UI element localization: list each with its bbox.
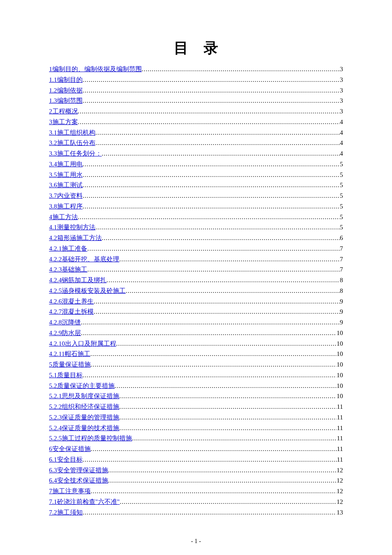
toc-leader xyxy=(142,64,340,75)
toc-row: 4.2.9防水层10 xyxy=(49,328,343,338)
toc-link[interactable]: 4.2.6混凝土养生 xyxy=(49,296,94,307)
toc-row: 4.2.4钢筋加工及绑扎8 xyxy=(49,275,343,286)
toc-row: 5.2.4保证质量的技术措施11 xyxy=(49,423,343,434)
toc-link[interactable]: 3施工方案 xyxy=(49,117,78,127)
toc-link[interactable]: 7.2施工须知 xyxy=(49,507,83,518)
toc-link[interactable]: 4.2.5涵身模板安装及砼施工 xyxy=(49,286,126,296)
toc-row: 3.1施工组织机构4 xyxy=(49,127,343,138)
toc-leader xyxy=(83,75,340,85)
toc-link[interactable]: 4施工方法 xyxy=(49,212,78,223)
toc-page-number: 3 xyxy=(340,75,343,85)
toc-leader xyxy=(108,475,336,486)
toc-row: 5.1质量目标10 xyxy=(49,370,343,381)
toc-leader xyxy=(91,444,337,454)
toc-link[interactable]: 5.2.5施工过程的质量控制措施 xyxy=(49,433,132,444)
toc-leader xyxy=(87,243,340,254)
toc-row: 3.5施工用水5 xyxy=(49,170,343,180)
toc-row: 5.2质量保证的主要措施10 xyxy=(49,381,343,391)
toc-link[interactable]: 4.2.10出入口及附属工程 xyxy=(49,338,116,349)
toc-page-number: 12 xyxy=(336,465,343,476)
toc-row: 4施工方法5 xyxy=(49,212,343,223)
toc-leader xyxy=(83,159,340,170)
toc-link[interactable]: 4.1测量控制方法 xyxy=(49,222,95,233)
toc-link[interactable]: 5.2质量保证的主要措施 xyxy=(49,381,115,391)
toc-link[interactable]: 4.2.1施工准备 xyxy=(49,243,87,254)
toc-leader xyxy=(115,381,336,391)
toc-leader xyxy=(107,275,340,286)
toc-leader xyxy=(132,433,337,444)
toc-link[interactable]: 3.1施工组织机构 xyxy=(49,127,95,138)
toc-link[interactable]: 5.2.4保证质量的技术措施 xyxy=(49,423,119,434)
toc-link[interactable]: 3.2施工队伍分布 xyxy=(49,138,95,148)
toc-leader xyxy=(94,306,340,317)
toc-leader xyxy=(94,296,340,307)
toc-link[interactable]: 1.2编制依据 xyxy=(49,85,83,96)
toc-link[interactable]: 5质量保证措施 xyxy=(49,359,91,370)
toc-link[interactable]: 5.1质量目标 xyxy=(49,370,83,381)
toc-link[interactable]: 4.2.8沉降缝 xyxy=(49,317,81,328)
toc-link[interactable]: 4.2.4钢筋加工及绑扎 xyxy=(49,275,107,286)
toc-leader xyxy=(119,423,337,434)
toc-page-number: 4 xyxy=(340,138,343,148)
toc-row: 4.2箱形涵施工方法6 xyxy=(49,233,343,243)
toc-link[interactable]: 6安全保证措施 xyxy=(49,444,91,454)
toc-link[interactable]: 3.8施工程序 xyxy=(49,201,83,212)
toc-link[interactable]: 2工程概况 xyxy=(49,106,78,117)
toc-row: 5质量保证措施10 xyxy=(49,359,343,370)
toc-link[interactable]: 3.5施工用水 xyxy=(49,170,83,180)
toc-link[interactable]: 5.2.1思想及制度保证措施 xyxy=(49,391,119,402)
toc-link[interactable]: 4.2.11帽石施工 xyxy=(49,349,90,359)
toc-page-number: 10 xyxy=(336,381,343,391)
toc-page-number: 5 xyxy=(340,170,343,180)
toc-link[interactable]: 3.3施工任务划分： xyxy=(49,148,102,159)
toc-page-number: 10 xyxy=(336,349,343,359)
toc-leader xyxy=(119,402,337,412)
toc-page-number: 7 xyxy=(340,264,343,275)
toc-page-number: 10 xyxy=(336,391,343,402)
toc-row: 4.2.5涵身模板安装及砼施工8 xyxy=(49,286,343,296)
toc-leader xyxy=(102,148,340,159)
toc-link[interactable]: 4.2箱形涵施工方法 xyxy=(49,233,102,243)
toc-link[interactable]: 4.2.7混凝土拆模 xyxy=(49,306,94,317)
toc-link[interactable]: 7施工注意事项 xyxy=(49,486,91,497)
toc-link[interactable]: 6.4安全技术保证措施 xyxy=(49,475,108,486)
toc-page-number: 7 xyxy=(340,254,343,265)
toc-row: 7.1砼浇注前检查"六不准"12 xyxy=(49,497,343,507)
toc-row: 1.1编制目的3 xyxy=(49,75,343,85)
toc-leader xyxy=(95,222,340,233)
toc-page-number: 4 xyxy=(340,127,343,138)
toc-leader xyxy=(108,465,336,476)
toc-page-number: 12 xyxy=(336,486,343,497)
toc-row: 5.2.1思想及制度保证措施10 xyxy=(49,391,343,402)
toc-link[interactable]: 7.1砼浇注前检查"六不准" xyxy=(49,497,120,507)
toc-link[interactable]: 3.7内业资料 xyxy=(49,191,83,201)
table-of-contents: 1编制目的、编制依据及编制范围31.1编制目的31.2编制依据31.3编制范围3… xyxy=(49,64,343,517)
toc-link[interactable]: 1.3编制范围 xyxy=(49,95,83,106)
toc-leader xyxy=(102,233,340,243)
toc-row: 5.2.2组织和经济保证措施11 xyxy=(49,402,343,412)
toc-row: 2工程概况3 xyxy=(49,106,343,117)
toc-page-number: 11 xyxy=(337,412,343,423)
toc-link[interactable]: 6.1安全目标 xyxy=(49,454,83,465)
toc-leader xyxy=(116,338,337,349)
toc-row: 6安全保证措施11 xyxy=(49,444,343,454)
page-footer: - 1 - xyxy=(0,538,392,545)
toc-link[interactable]: 4.2.3基础施工 xyxy=(49,264,87,275)
toc-page-number: 8 xyxy=(340,275,343,286)
toc-link[interactable]: 3.4施工用电 xyxy=(49,159,83,170)
toc-link[interactable]: 3.6施工测试 xyxy=(49,180,83,191)
toc-page-number: 4 xyxy=(340,148,343,159)
toc-row: 4.2.8沉降缝9 xyxy=(49,317,343,328)
toc-link[interactable]: 1.1编制目的 xyxy=(49,75,83,85)
toc-page-number: 5 xyxy=(340,180,343,191)
toc-link[interactable]: 4.2.2基础开挖、基底处理 xyxy=(49,254,119,265)
toc-page-number: 5 xyxy=(340,222,343,233)
toc-leader xyxy=(83,170,340,180)
toc-link[interactable]: 6.3安全管理保证措施 xyxy=(49,465,108,476)
toc-leader xyxy=(78,117,340,127)
toc-page-number: 10 xyxy=(336,338,343,349)
toc-link[interactable]: 4.2.9防水层 xyxy=(49,328,81,338)
toc-link[interactable]: 1编制目的、编制依据及编制范围 xyxy=(49,64,142,75)
toc-link[interactable]: 5.2.3保证质量的管理措施 xyxy=(49,412,119,423)
toc-link[interactable]: 5.2.2组织和经济保证措施 xyxy=(49,402,119,412)
